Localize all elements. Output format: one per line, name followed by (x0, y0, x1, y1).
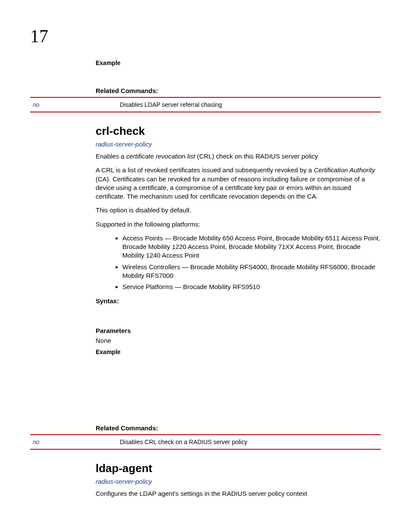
policy-link-crl[interactable]: radius-server-policy (96, 140, 381, 148)
related-commands-table-2: no Disables CRL check on a RADIUS server… (30, 434, 381, 450)
ldap-agent-heading: ldap-agent (96, 462, 381, 475)
policy-link-ldap[interactable]: radius-server-policy (96, 478, 381, 485)
ldap-description-text: Configures the LDAP agent's settings in … (96, 489, 381, 498)
command-description-2: Disables CRL check on a RADIUS server po… (117, 435, 381, 449)
table-row: no Disables LDAP server referral chasing (30, 97, 381, 112)
command-link-no-2[interactable]: no (30, 435, 117, 449)
related-commands-heading-1: Related Commands: (96, 87, 381, 94)
section-1-content: Example Related Commands: (96, 59, 381, 94)
crl-disabled-note: This option is disabled by default. (96, 206, 381, 215)
command-link-no[interactable]: no (30, 97, 117, 112)
list-item: Wireless Controllers — Brocade Mobility … (122, 263, 381, 280)
list-item: Access Points — Brocade Mobility 650 Acc… (122, 234, 381, 260)
related-commands-table-1: no Disables LDAP server referral chasing (30, 97, 381, 112)
parameters-heading: Parameters (96, 327, 381, 334)
crl-check-section: crl-check radius-server-policy Enables a… (96, 124, 381, 432)
example-heading-1: Example (96, 59, 381, 66)
command-description: Disables LDAP server referral chasing (117, 97, 381, 112)
platforms-list: Access Points — Brocade Mobility 650 Acc… (96, 234, 381, 292)
ldap-agent-section: ldap-agent radius-server-policy Configur… (96, 462, 381, 498)
crl-check-heading: crl-check (96, 124, 381, 138)
parameters-value: None (96, 337, 381, 344)
chapter-number: 17 (30, 26, 381, 47)
document-page: 17 Example Related Commands: no Disables… (0, 0, 411, 529)
crl-supported-label: Supported in the following platforms: (96, 220, 381, 229)
example-heading-2: Example (96, 348, 381, 355)
crl-intro-text: Enables a certificate revocation list (C… (96, 152, 381, 161)
list-item: Service Platforms — Brocade Mobility RFS… (122, 283, 381, 291)
syntax-heading: Syntax: (96, 297, 381, 305)
table-row: no Disables CRL check on a RADIUS server… (30, 435, 381, 449)
related-commands-heading-2: Related Commands: (96, 424, 381, 432)
crl-description-text: A CRL is a list of revoked certificates … (96, 166, 381, 201)
